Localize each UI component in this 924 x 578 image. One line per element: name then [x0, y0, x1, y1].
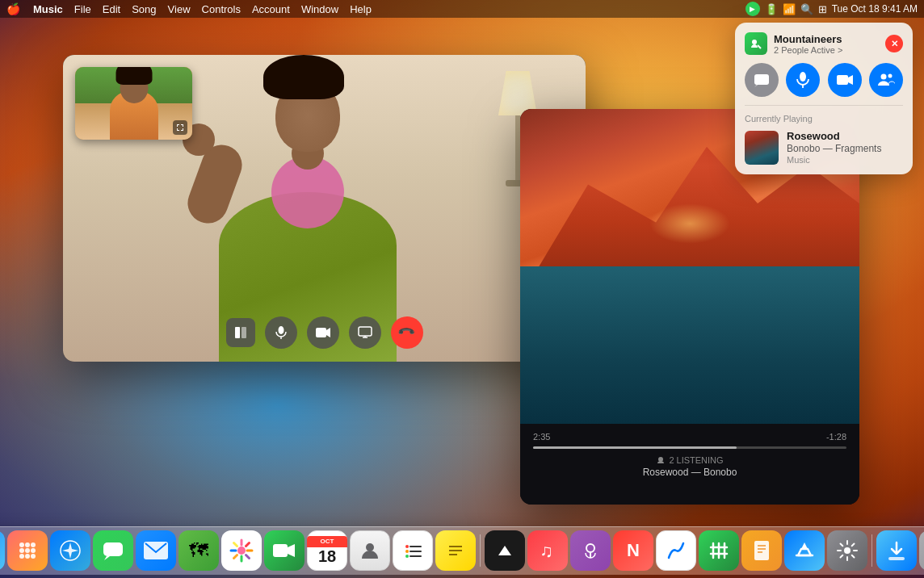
- svg-point-24: [25, 548, 30, 553]
- facetime-sidebar-button[interactable]: [226, 318, 255, 347]
- svg-point-46: [405, 545, 409, 548]
- dock-item-contacts[interactable]: [350, 530, 390, 571]
- notification-divider: [745, 105, 903, 106]
- self-view-hair: [116, 67, 152, 85]
- menubar-right: ▶ 🔋 📶 🔍 ⊞ Tue Oct 18 9:41 AM: [746, 2, 918, 16]
- notification-subtitle[interactable]: 2 People Active >: [774, 45, 842, 55]
- menubar-help[interactable]: Help: [350, 3, 372, 15]
- notification-album-thumb-art: [745, 131, 779, 165]
- notification-people-button[interactable]: [869, 63, 903, 97]
- notification-track-artist: Bonobo — Fragments: [787, 143, 881, 154]
- svg-rect-31: [103, 542, 123, 556]
- svg-marker-11: [754, 85, 758, 87]
- music-bottom-info: 2 LISTENING Rosewood — Bonobo: [533, 455, 846, 478]
- notification-header: Mountaineers 2 People Active > ✕: [745, 32, 903, 55]
- svg-line-42: [234, 555, 237, 559]
- notification-group-name: Mountaineers: [774, 33, 842, 45]
- svg-point-21: [25, 542, 30, 547]
- dock-item-podcasts[interactable]: [570, 530, 611, 571]
- dock-item-trash[interactable]: [919, 530, 924, 571]
- menubar-file[interactable]: File: [74, 3, 91, 15]
- search-icon[interactable]: 🔍: [800, 3, 813, 15]
- dock-item-facetime[interactable]: [264, 530, 304, 571]
- notification-actions: [745, 63, 903, 97]
- dock-item-music[interactable]: ♫: [527, 530, 568, 571]
- listening-text: 2 LISTENING: [669, 455, 723, 465]
- notification-camera-button[interactable]: [828, 63, 862, 97]
- notification-close-button[interactable]: ✕: [885, 35, 903, 52]
- svg-marker-5: [326, 328, 330, 337]
- facetime-camera-button[interactable]: [307, 316, 339, 349]
- dock-item-numbers[interactable]: [699, 530, 739, 571]
- controlcenter-icon[interactable]: ⊞: [818, 3, 827, 15]
- svg-line-40: [246, 555, 250, 559]
- svg-point-20: [19, 542, 24, 547]
- dock-item-photos[interactable]: [221, 530, 262, 571]
- dock-item-notes[interactable]: [435, 530, 476, 571]
- menubar-song[interactable]: Song: [132, 3, 156, 15]
- facetime-screenshare-button[interactable]: [349, 316, 381, 349]
- svg-line-39: [234, 543, 237, 547]
- person-hair: [263, 55, 344, 99]
- dock-separator-2: [872, 534, 872, 567]
- svg-rect-4: [316, 328, 326, 337]
- dock-item-reminders[interactable]: [393, 530, 433, 571]
- svg-marker-55: [498, 546, 511, 555]
- menubar-view[interactable]: View: [168, 3, 191, 15]
- dock-item-finder[interactable]: 🔍: [0, 530, 5, 571]
- dock-item-settings[interactable]: [827, 530, 867, 571]
- svg-point-25: [31, 548, 36, 553]
- svg-point-23: [19, 548, 24, 553]
- svg-marker-15: [848, 75, 853, 85]
- desktop: 🍎 Music File Edit Song View Controls Acc…: [0, 0, 924, 578]
- battery-icon: 🔋: [765, 3, 778, 15]
- apple-menu[interactable]: 🍎: [6, 2, 20, 15]
- dock-item-messages[interactable]: [93, 530, 133, 571]
- album-art-water: [520, 266, 859, 424]
- self-view-expand-icon[interactable]: [173, 120, 187, 135]
- svg-rect-43: [273, 544, 288, 557]
- svg-point-17: [888, 74, 892, 78]
- svg-point-57: [586, 544, 594, 552]
- dock-item-pages[interactable]: [741, 530, 782, 571]
- menubar: 🍎 Music File Edit Song View Controls Acc…: [0, 0, 924, 18]
- music-listening-count: 2 LISTENING: [656, 455, 723, 465]
- svg-rect-64: [754, 541, 769, 560]
- dock-item-appstore[interactable]: [784, 530, 825, 571]
- svg-rect-1: [242, 327, 246, 338]
- svg-point-28: [31, 554, 36, 559]
- notification-message-button[interactable]: [745, 63, 779, 97]
- dock-item-freeform[interactable]: [656, 530, 696, 571]
- facetime-mute-button[interactable]: [265, 316, 297, 349]
- facetime-self-view[interactable]: [75, 67, 192, 140]
- dock-item-appletv[interactable]: [485, 530, 525, 571]
- menubar-app-name[interactable]: Music: [33, 3, 63, 15]
- shareplay-status-icon: ▶: [746, 2, 760, 16]
- dock-item-calendar[interactable]: Oct 18: [307, 530, 347, 571]
- facetime-end-call-button[interactable]: 📞: [391, 316, 423, 349]
- menubar-window[interactable]: Window: [301, 3, 338, 15]
- facetime-window: 📞: [63, 55, 586, 362]
- svg-point-27: [25, 554, 30, 559]
- dock-item-maps[interactable]: 🗺: [178, 530, 219, 571]
- svg-rect-14: [837, 75, 848, 85]
- notification-mic-button[interactable]: [786, 63, 820, 97]
- notification-album-thumb: [745, 131, 779, 165]
- music-time-row: 2:35 -1:28: [533, 432, 846, 442]
- svg-line-41: [246, 543, 250, 547]
- menubar-left: 🍎 Music File Edit Song View Controls Acc…: [6, 2, 372, 15]
- music-progress-bar[interactable]: [533, 446, 846, 449]
- calendar-inner: Oct 18: [307, 536, 347, 566]
- dock-item-mail[interactable]: [136, 530, 176, 571]
- dock-item-safari[interactable]: [50, 530, 90, 571]
- menubar-controls[interactable]: Controls: [202, 3, 241, 15]
- notification-app-icon: [745, 32, 767, 55]
- svg-point-69: [844, 547, 850, 554]
- music-track-bottom: Rosewood — Bonobo: [643, 467, 737, 478]
- menubar-account[interactable]: Account: [252, 3, 290, 15]
- dock-item-launchpad[interactable]: [7, 530, 48, 571]
- dock-item-news[interactable]: N: [613, 530, 653, 571]
- dock-item-airdrop[interactable]: [876, 530, 917, 571]
- svg-rect-10: [754, 74, 769, 85]
- menubar-edit[interactable]: Edit: [103, 3, 120, 15]
